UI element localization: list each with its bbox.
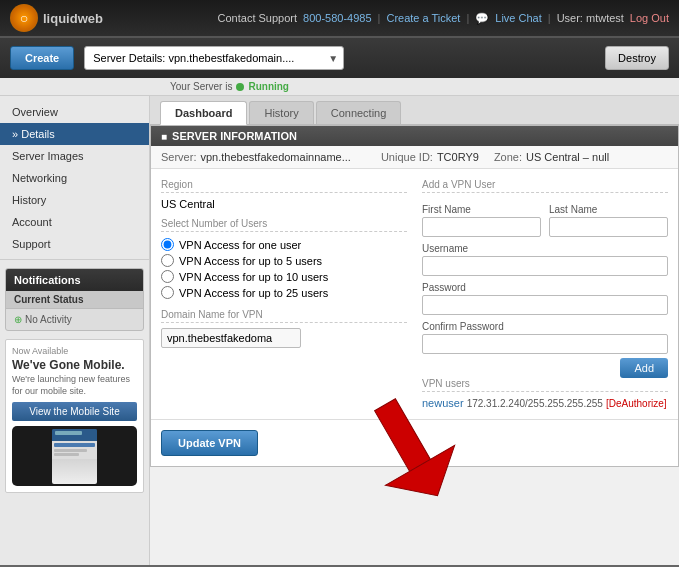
sep1: |: [378, 12, 381, 24]
last-name-label: Last Name: [549, 204, 668, 215]
vpn-radio-4[interactable]: [161, 286, 174, 299]
domain-section-label: Domain Name for VPN: [161, 309, 407, 323]
region-value: US Central: [161, 198, 407, 210]
unique-id-label: Unique ID:: [381, 151, 433, 163]
vpn-option-4[interactable]: VPN Access for up to 25 users: [161, 286, 407, 299]
domain-input[interactable]: [161, 328, 301, 348]
update-btn-wrap: Update VPN: [151, 419, 678, 466]
create-button[interactable]: Create: [10, 46, 74, 70]
sep2: |: [466, 12, 469, 24]
zone-value: US Central – null: [526, 151, 609, 163]
logout-link[interactable]: Log Out: [630, 12, 669, 24]
region-section-label: Region: [161, 179, 407, 193]
notifications-panel: Notifications Current Status ⊕ No Activi…: [5, 268, 144, 331]
phone-screen: [52, 429, 97, 484]
first-name-field: First Name: [422, 198, 541, 237]
vpn-users-section: VPN users newuser 172.31.2.240/255.255.2…: [422, 378, 668, 409]
logo-icon: ○: [10, 4, 38, 32]
zone-label: Zone:: [494, 151, 522, 163]
toolbar: Create Server Details: vpn.thebestfakedo…: [0, 38, 679, 78]
confirm-password-input[interactable]: [422, 334, 668, 354]
update-vpn-button[interactable]: Update VPN: [161, 430, 258, 456]
server-select[interactable]: Server Details: vpn.thebestfakedomain...…: [84, 46, 344, 70]
status-text: Your Server is: [170, 81, 232, 92]
vpn-option-3[interactable]: VPN Access for up to 10 users: [161, 270, 407, 283]
vpn-user-ip: 172.31.2.240/255.255.255.255: [467, 398, 603, 409]
server-select-wrap: Server Details: vpn.thebestfakedomain...…: [84, 46, 344, 70]
promo-title: We've Gone Mobile.: [12, 358, 137, 372]
sidebar-item-networking[interactable]: Networking: [0, 167, 149, 189]
name-row: First Name Last Name: [422, 198, 668, 237]
promo-body: We're launching new features for our mob…: [12, 374, 137, 397]
sidebar-item-account[interactable]: Account: [0, 211, 149, 233]
form-area: Region US Central Select Number of Users…: [151, 169, 678, 419]
sep3: |: [548, 12, 551, 24]
last-name-field: Last Name: [549, 198, 668, 237]
last-name-input[interactable]: [549, 217, 668, 237]
status-bar: Your Server is Running: [0, 78, 679, 96]
sidebar-item-history[interactable]: History: [0, 189, 149, 211]
password-input[interactable]: [422, 295, 668, 315]
mobile-site-button[interactable]: View the Mobile Site: [12, 402, 137, 421]
create-ticket-link[interactable]: Create a Ticket: [386, 12, 460, 24]
running-indicator: [236, 83, 244, 91]
server-label: Server:: [161, 151, 196, 163]
server-panel: SERVER INFORMATION Server: vpn.thebestfa…: [150, 125, 679, 467]
logo-area: ○ liquidweb: [10, 4, 103, 32]
status-value: Running: [248, 81, 289, 92]
content-wrapper: Dashboard History Connecting SERVER INFO…: [150, 96, 679, 565]
sidebar-item-server-images[interactable]: Server Images: [0, 145, 149, 167]
vpn-users-label: VPN users: [422, 378, 668, 392]
notifications-title: Notifications: [6, 269, 143, 291]
server-value: vpn.thebestfakedomainname...: [200, 151, 350, 163]
domain-section: Domain Name for VPN: [161, 309, 407, 348]
plus-icon: ⊕: [14, 314, 22, 325]
header: ○ liquidweb Contact Support 800-580-4985…: [0, 0, 679, 38]
server-info-row: Server: vpn.thebestfakedomainname... Uni…: [151, 146, 678, 169]
confirm-password-label: Confirm Password: [422, 321, 668, 332]
first-name-label: First Name: [422, 204, 541, 215]
chat-icon: 💬: [475, 12, 489, 25]
password-label: Password: [422, 282, 668, 293]
select-users-section-label: Select Number of Users: [161, 218, 407, 232]
content: Dashboard History Connecting SERVER INFO…: [150, 96, 679, 565]
vpn-option-2[interactable]: VPN Access for up to 5 users: [161, 254, 407, 267]
contact-phone[interactable]: 800-580-4985: [303, 12, 372, 24]
mobile-promo: Now Available We've Gone Mobile. We're l…: [5, 339, 144, 493]
sidebar-divider: [0, 259, 149, 260]
deauth-link[interactable]: [DeAuthorize]: [606, 398, 667, 409]
left-column: Region US Central Select Number of Users…: [161, 179, 407, 409]
username-label: Username: [422, 243, 668, 254]
vpn-option-1[interactable]: VPN Access for one user: [161, 238, 407, 251]
username-input[interactable]: [422, 256, 668, 276]
vpn-user-row: newuser 172.31.2.240/255.255.255.255 [De…: [422, 397, 668, 409]
first-name-input[interactable]: [422, 217, 541, 237]
sidebar-item-overview[interactable]: Overview: [0, 101, 149, 123]
logo-text: liquidweb: [43, 11, 103, 26]
vpn-user-link[interactable]: newuser: [422, 397, 464, 409]
promo-available-label: Now Available: [12, 346, 137, 356]
vpn-radio-3[interactable]: [161, 270, 174, 283]
destroy-button[interactable]: Destroy: [605, 46, 669, 70]
tab-history[interactable]: History: [249, 101, 313, 124]
right-column: Add a VPN User First Name Last Name: [422, 179, 668, 409]
tab-connecting[interactable]: Connecting: [316, 101, 402, 124]
header-nav: Contact Support 800-580-4985 | Create a …: [218, 12, 669, 25]
current-status-label: Current Status: [6, 291, 143, 309]
sidebar: Overview Details Server Images Networkin…: [0, 96, 150, 565]
contact-support-label: Contact Support: [218, 12, 298, 24]
tab-dashboard[interactable]: Dashboard: [160, 101, 247, 125]
vpn-radio-1[interactable]: [161, 238, 174, 251]
tab-bar: Dashboard History Connecting: [150, 96, 679, 125]
add-vpn-user-section-label: Add a VPN User: [422, 179, 668, 193]
unique-id-value: TC0RY9: [437, 151, 479, 163]
add-vpn-user-button[interactable]: Add: [620, 358, 668, 378]
sidebar-item-support[interactable]: Support: [0, 233, 149, 255]
no-activity: ⊕ No Activity: [6, 309, 143, 330]
main-layout: Overview Details Server Images Networkin…: [0, 96, 679, 565]
phone-preview: [12, 426, 137, 486]
live-chat-link[interactable]: Live Chat: [495, 12, 541, 24]
vpn-radio-2[interactable]: [161, 254, 174, 267]
user-label: User: mtwtest: [557, 12, 624, 24]
sidebar-item-details[interactable]: Details: [0, 123, 149, 145]
